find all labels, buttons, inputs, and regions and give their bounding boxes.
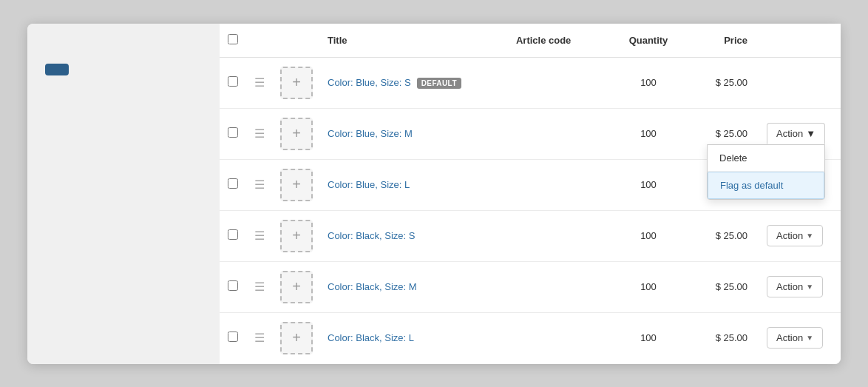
action-button[interactable]: Action▼: [767, 123, 825, 144]
add-image-button[interactable]: +: [280, 271, 313, 303]
image-cell: +: [273, 312, 320, 363]
table-header-row: Title Article code Quantity Price: [220, 24, 841, 58]
header-image: [273, 24, 320, 58]
drag-handle-cell: ☰: [246, 159, 273, 210]
action-dropdown-container: Action▼: [767, 327, 823, 349]
action-button[interactable]: Action▼: [767, 327, 823, 349]
price-cell: $ 25.00: [685, 261, 759, 312]
row-checkbox-cell: [220, 57, 246, 108]
row-checkbox-cell: [220, 261, 246, 312]
drag-handle-cell: ☰: [246, 210, 273, 261]
variant-title-link[interactable]: Color: Blue, Size: S: [328, 77, 411, 88]
quantity-cell: 100: [611, 108, 685, 159]
action-dropdown-container: Action▼: [767, 276, 823, 297]
drag-handle-cell: ☰: [246, 57, 273, 108]
header-quantity: Quantity: [611, 24, 685, 58]
action-button[interactable]: Action▼: [767, 225, 823, 246]
flag-as-default-menu-item[interactable]: Flag as default: [708, 172, 824, 199]
action-dropdown-container: Action▼DeleteFlag as default: [767, 123, 825, 144]
article-code-cell: [509, 57, 611, 108]
drag-handle-icon[interactable]: ☰: [254, 178, 265, 192]
add-image-button[interactable]: +: [280, 322, 313, 354]
quantity-cell: 100: [611, 159, 685, 210]
quantity-cell: 100: [611, 261, 685, 312]
action-button[interactable]: Action▼: [767, 276, 823, 297]
header-price: Price: [685, 24, 759, 58]
action-cell: Action▼: [759, 312, 841, 363]
row-checkbox[interactable]: [228, 229, 238, 240]
variant-title-link[interactable]: Color: Black, Size: M: [328, 281, 417, 292]
table-row: ☰+Color: Black, Size: L100$ 25.00Action▼: [220, 312, 841, 363]
delete-menu-item[interactable]: Delete: [708, 145, 824, 172]
image-cell: +: [273, 57, 320, 108]
image-cell: +: [273, 159, 320, 210]
header-drag: [246, 24, 273, 58]
add-image-button[interactable]: +: [280, 67, 313, 99]
variant-title-link[interactable]: Color: Black, Size: S: [328, 230, 416, 241]
action-cell: Action▼: [759, 210, 841, 261]
quantity-cell: 100: [611, 210, 685, 261]
add-variant-button[interactable]: [45, 64, 69, 75]
drag-handle-icon[interactable]: ☰: [254, 280, 265, 294]
row-checkbox[interactable]: [228, 178, 238, 189]
action-button-label: Action: [776, 230, 803, 241]
table-row: ☰+Color: Black, Size: M100$ 25.00Action▼: [220, 261, 841, 312]
price-cell: $ 25.00: [685, 210, 759, 261]
variant-title-link[interactable]: Color: Black, Size: L: [328, 332, 414, 343]
drag-handle-icon[interactable]: ☰: [254, 127, 265, 141]
action-button-label: Action: [776, 332, 803, 343]
row-checkbox[interactable]: [228, 280, 238, 291]
action-dropdown-menu: DeleteFlag as default: [707, 144, 825, 200]
drag-handle-icon[interactable]: ☰: [254, 75, 265, 90]
quantity-cell: 100: [611, 57, 685, 108]
action-button-label: Action: [776, 281, 803, 292]
row-checkbox[interactable]: [228, 76, 238, 87]
action-cell: Action▼DeleteFlag as default: [759, 108, 841, 159]
sidebar: [27, 24, 220, 364]
action-caret-icon: ▼: [806, 283, 813, 291]
title-cell: Color: Black, Size: L: [320, 312, 509, 363]
select-all-checkbox[interactable]: [228, 34, 238, 44]
row-checkbox-cell: [220, 210, 246, 261]
quantity-cell: 100: [611, 312, 685, 363]
variants-table: Title Article code Quantity Price ☰+Colo…: [220, 24, 841, 363]
title-cell: Color: Blue, Size: L: [320, 159, 509, 210]
row-checkbox[interactable]: [228, 127, 238, 138]
action-button-label: Action: [776, 128, 803, 139]
table-row: ☰+Color: Blue, Size: SDEFAULT100$ 25.00: [220, 57, 841, 108]
action-caret-icon: ▼: [806, 334, 813, 342]
drag-handle-cell: ☰: [246, 261, 273, 312]
price-cell: $ 25.00: [685, 57, 759, 108]
action-caret-icon: ▼: [806, 232, 813, 240]
article-code-cell: [509, 312, 611, 363]
drag-handle-cell: ☰: [246, 312, 273, 363]
drag-handle-cell: ☰: [246, 108, 273, 159]
action-cell: [759, 57, 841, 108]
price-cell: $ 25.00: [685, 312, 759, 363]
title-cell: Color: Blue, Size: M: [320, 108, 509, 159]
article-code-cell: [509, 261, 611, 312]
default-badge: DEFAULT: [417, 78, 461, 89]
header-title: Title: [320, 24, 509, 58]
image-cell: +: [273, 210, 320, 261]
variant-title-link[interactable]: Color: Blue, Size: L: [328, 179, 410, 190]
image-cell: +: [273, 261, 320, 312]
header-article-code: Article code: [509, 24, 611, 58]
add-image-button[interactable]: +: [280, 169, 313, 201]
table-row: ☰+Color: Blue, Size: M100$ 25.00Action▼D…: [220, 108, 841, 159]
drag-handle-icon[interactable]: ☰: [254, 229, 265, 243]
article-code-cell: [509, 108, 611, 159]
drag-handle-icon[interactable]: ☰: [254, 331, 265, 345]
row-checkbox[interactable]: [228, 332, 238, 342]
add-image-button[interactable]: +: [280, 220, 313, 252]
add-image-button[interactable]: +: [280, 118, 313, 150]
variant-title-link[interactable]: Color: Blue, Size: M: [328, 128, 413, 139]
row-checkbox-cell: [220, 159, 246, 210]
article-code-cell: [509, 159, 611, 210]
title-cell: Color: Blue, Size: SDEFAULT: [320, 57, 509, 108]
row-checkbox-cell: [220, 108, 246, 159]
action-cell: Action▼: [759, 261, 841, 312]
row-checkbox-cell: [220, 312, 246, 363]
variants-table-area: Title Article code Quantity Price ☰+Colo…: [220, 24, 841, 364]
header-action: [759, 24, 841, 58]
